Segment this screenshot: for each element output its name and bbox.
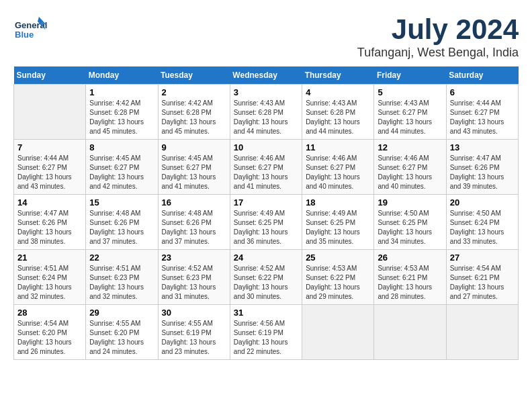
calendar-cell: 31Sunrise: 4:56 AMSunset: 6:19 PMDayligh… [230,305,302,360]
logo-icon: General Blue [13,13,47,47]
day-info: Sunrise: 4:45 AMSunset: 6:27 PMDaylight:… [89,154,154,191]
day-number: 5 [378,87,442,97]
calendar-cell [374,305,446,360]
day-info: Sunrise: 4:43 AMSunset: 6:28 PMDaylight:… [234,99,298,136]
day-number: 7 [17,142,82,152]
day-number: 21 [17,253,82,263]
day-number: 13 [450,142,515,152]
calendar-cell [302,305,374,360]
day-number: 28 [17,308,82,318]
day-number: 9 [162,142,226,152]
calendar-cell: 13Sunrise: 4:47 AMSunset: 6:26 PMDayligh… [446,140,518,195]
day-info: Sunrise: 4:42 AMSunset: 6:28 PMDaylight:… [162,99,226,136]
day-number: 4 [306,87,370,97]
day-number: 14 [17,197,82,208]
calendar-cell: 20Sunrise: 4:50 AMSunset: 6:24 PMDayligh… [446,195,518,250]
day-info: Sunrise: 4:54 AMSunset: 6:21 PMDaylight:… [450,264,515,302]
day-info: Sunrise: 4:50 AMSunset: 6:25 PMDaylight:… [378,209,442,246]
calendar-cell: 24Sunrise: 4:52 AMSunset: 6:22 PMDayligh… [230,250,302,305]
day-number: 29 [89,308,154,318]
day-info: Sunrise: 4:52 AMSunset: 6:23 PMDaylight:… [162,264,226,302]
day-info: Sunrise: 4:48 AMSunset: 6:26 PMDaylight:… [162,209,226,246]
day-number: 3 [234,87,298,97]
day-info: Sunrise: 4:51 AMSunset: 6:24 PMDaylight:… [17,264,82,302]
day-info: Sunrise: 4:46 AMSunset: 6:27 PMDaylight:… [306,154,370,191]
calendar-cell: 21Sunrise: 4:51 AMSunset: 6:24 PMDayligh… [14,250,86,305]
day-number: 6 [450,87,515,97]
day-number: 18 [306,197,370,208]
column-header-saturday: Saturday [446,66,518,85]
day-number: 20 [450,197,515,208]
calendar-cell: 14Sunrise: 4:47 AMSunset: 6:26 PMDayligh… [14,195,86,250]
day-info: Sunrise: 4:46 AMSunset: 6:27 PMDaylight:… [378,154,442,191]
column-header-friday: Friday [374,66,446,85]
calendar-title-section: July 2024 Tufanganj, West Bengal, India [357,13,519,60]
logo: General Blue [13,13,47,47]
day-info: Sunrise: 4:52 AMSunset: 6:22 PMDaylight:… [234,264,298,302]
day-info: Sunrise: 4:47 AMSunset: 6:26 PMDaylight:… [17,209,82,246]
day-info: Sunrise: 4:47 AMSunset: 6:26 PMDaylight:… [450,154,515,191]
calendar-cell [14,85,86,140]
page-header: General Blue July 2024 Tufanganj, West B… [13,13,519,60]
day-info: Sunrise: 4:49 AMSunset: 6:25 PMDaylight:… [306,209,370,246]
calendar-cell: 23Sunrise: 4:52 AMSunset: 6:23 PMDayligh… [158,250,230,305]
day-number: 24 [234,253,298,263]
day-number: 12 [378,142,442,152]
calendar-cell: 19Sunrise: 4:50 AMSunset: 6:25 PMDayligh… [374,195,446,250]
day-number: 25 [306,253,370,263]
day-info: Sunrise: 4:51 AMSunset: 6:23 PMDaylight:… [89,264,154,302]
day-info: Sunrise: 4:46 AMSunset: 6:27 PMDaylight:… [234,154,298,191]
day-number: 31 [234,308,298,318]
calendar-cell: 1Sunrise: 4:42 AMSunset: 6:28 PMDaylight… [86,85,158,140]
calendar-cell: 3Sunrise: 4:43 AMSunset: 6:28 PMDaylight… [230,85,302,140]
day-info: Sunrise: 4:54 AMSunset: 6:20 PMDaylight:… [17,319,82,357]
calendar-cell: 4Sunrise: 4:43 AMSunset: 6:28 PMDaylight… [302,85,374,140]
calendar-cell: 5Sunrise: 4:43 AMSunset: 6:27 PMDaylight… [374,85,446,140]
calendar-cell: 11Sunrise: 4:46 AMSunset: 6:27 PMDayligh… [302,140,374,195]
day-number: 2 [162,87,226,97]
day-number: 16 [162,197,226,208]
calendar-cell: 7Sunrise: 4:44 AMSunset: 6:27 PMDaylight… [14,140,86,195]
day-info: Sunrise: 4:44 AMSunset: 6:27 PMDaylight:… [17,154,82,191]
location-title: Tufanganj, West Bengal, India [357,46,519,60]
calendar-cell: 18Sunrise: 4:49 AMSunset: 6:25 PMDayligh… [302,195,374,250]
week-row-2: 7Sunrise: 4:44 AMSunset: 6:27 PMDaylight… [14,140,519,195]
day-info: Sunrise: 4:53 AMSunset: 6:22 PMDaylight:… [306,264,370,302]
day-info: Sunrise: 4:56 AMSunset: 6:19 PMDaylight:… [234,319,298,357]
day-info: Sunrise: 4:43 AMSunset: 6:27 PMDaylight:… [378,99,442,136]
column-header-wednesday: Wednesday [230,66,302,85]
column-header-monday: Monday [86,66,158,85]
day-info: Sunrise: 4:45 AMSunset: 6:27 PMDaylight:… [162,154,226,191]
calendar-cell: 10Sunrise: 4:46 AMSunset: 6:27 PMDayligh… [230,140,302,195]
calendar-cell: 29Sunrise: 4:55 AMSunset: 6:20 PMDayligh… [86,305,158,360]
day-number: 10 [234,142,298,152]
calendar-cell: 27Sunrise: 4:54 AMSunset: 6:21 PMDayligh… [446,250,518,305]
day-number: 17 [234,197,298,208]
calendar-cell: 16Sunrise: 4:48 AMSunset: 6:26 PMDayligh… [158,195,230,250]
column-header-sunday: Sunday [14,66,86,85]
calendar-cell: 25Sunrise: 4:53 AMSunset: 6:22 PMDayligh… [302,250,374,305]
calendar-header-row: SundayMondayTuesdayWednesdayThursdayFrid… [14,66,519,85]
day-number: 19 [378,197,442,208]
calendar-cell: 2Sunrise: 4:42 AMSunset: 6:28 PMDaylight… [158,85,230,140]
week-row-4: 21Sunrise: 4:51 AMSunset: 6:24 PMDayligh… [14,250,519,305]
calendar-cell: 26Sunrise: 4:53 AMSunset: 6:21 PMDayligh… [374,250,446,305]
week-row-1: 1Sunrise: 4:42 AMSunset: 6:28 PMDaylight… [14,85,519,140]
week-row-3: 14Sunrise: 4:47 AMSunset: 6:26 PMDayligh… [14,195,519,250]
calendar-cell: 9Sunrise: 4:45 AMSunset: 6:27 PMDaylight… [158,140,230,195]
calendar-cell [446,305,518,360]
day-number: 30 [162,308,226,318]
calendar-body: 1Sunrise: 4:42 AMSunset: 6:28 PMDaylight… [14,85,519,360]
day-info: Sunrise: 4:49 AMSunset: 6:25 PMDaylight:… [234,209,298,246]
svg-text:Blue: Blue [15,30,34,40]
calendar-cell: 8Sunrise: 4:45 AMSunset: 6:27 PMDaylight… [86,140,158,195]
calendar-cell: 22Sunrise: 4:51 AMSunset: 6:23 PMDayligh… [86,250,158,305]
day-number: 26 [378,253,442,263]
day-info: Sunrise: 4:53 AMSunset: 6:21 PMDaylight:… [378,264,442,302]
day-number: 15 [89,197,154,208]
day-info: Sunrise: 4:48 AMSunset: 6:26 PMDaylight:… [89,209,154,246]
calendar-cell: 15Sunrise: 4:48 AMSunset: 6:26 PMDayligh… [86,195,158,250]
day-info: Sunrise: 4:42 AMSunset: 6:28 PMDaylight:… [89,99,154,136]
day-info: Sunrise: 4:44 AMSunset: 6:27 PMDaylight:… [450,99,515,136]
week-row-5: 28Sunrise: 4:54 AMSunset: 6:20 PMDayligh… [14,305,519,360]
